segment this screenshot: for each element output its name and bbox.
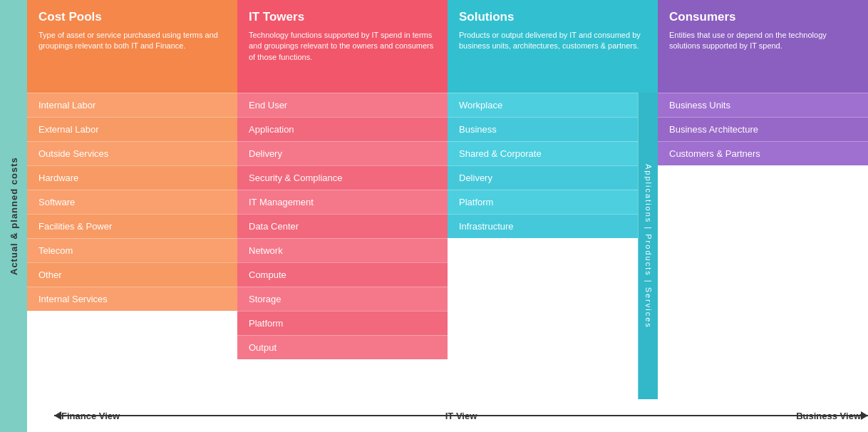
solutions-title: Solutions [459,10,646,24]
consumers-column: Consumers Entities that use or depend on… [658,0,868,399]
list-item: Telecom [27,238,237,262]
cost-pools-column: Cost Pools Type of asset or service purc… [27,0,237,399]
bottom-axis: Finance View IT View Business View [27,399,868,432]
solutions-items: Workplace Business Shared & Corporate De… [448,93,638,399]
main-container: Actual & planned costs Cost Pools Type o… [0,0,868,432]
it-towers-desc: Technology functions supported by IT spe… [249,30,436,63]
consumers-items: Business Units Business Architecture Cus… [658,93,868,399]
list-item: Outside Services [27,141,237,165]
list-item: Software [27,190,237,214]
list-item: Internal Services [27,287,237,311]
list-item: Application [237,117,448,141]
list-item: Network [237,238,448,262]
solutions-side-label: Applications | Products | Services [638,93,658,399]
consumers-title: Consumers [669,10,857,24]
list-item: Delivery [448,165,638,190]
list-item: IT Management [237,190,448,214]
list-item: Shared & Corporate [448,141,638,165]
list-item: Customers & Partners [658,141,868,165]
it-towers-header: IT Towers Technology functions supported… [237,0,448,93]
list-item: Other [27,262,237,287]
consumers-header: Consumers Entities that use or depend on… [658,0,868,93]
cost-pools-items: Internal Labor External Labor Outside Se… [27,93,237,399]
business-view-label: Business View [594,411,868,421]
solutions-inner: Workplace Business Shared & Corporate De… [448,93,658,399]
list-item: Infrastructure [448,214,638,238]
list-item: Platform [237,311,448,335]
list-item: External Labor [27,117,237,141]
vertical-axis-label: Actual & planned costs [0,0,27,432]
cost-pools-header: Cost Pools Type of asset or service purc… [27,0,237,93]
list-item: Platform [448,190,638,214]
list-item: Workplace [448,93,638,117]
finance-view-label: Finance View [54,411,328,421]
axis-labels: Finance View IT View Business View [54,411,868,421]
list-item: Business Architecture [658,117,868,141]
list-item: End User [237,93,448,117]
it-towers-column: IT Towers Technology functions supported… [237,0,448,399]
diagram-area: Actual & planned costs Cost Pools Type o… [0,0,868,432]
solutions-desc: Products or output delivered by IT and c… [459,30,646,52]
columns-wrap: Cost Pools Type of asset or service purc… [27,0,868,399]
list-item: Internal Labor [27,93,237,117]
list-item: Hardware [27,165,237,190]
cost-pools-desc: Type of asset or service purchased using… [38,30,226,52]
it-towers-title: IT Towers [249,10,436,24]
it-towers-items: End User Application Delivery Security &… [237,93,448,399]
list-item: Output [237,335,448,359]
grid-area: Cost Pools Type of asset or service purc… [27,0,868,432]
list-item: Business [448,117,638,141]
list-item: Security & Compliance [237,165,448,190]
list-item: Storage [237,287,448,311]
cost-pools-title: Cost Pools [38,10,226,24]
consumers-desc: Entities that use or depend on the techn… [669,30,857,52]
list-item: Business Units [658,93,868,117]
list-item: Data Center [237,214,448,238]
list-item: Compute [237,262,448,287]
list-item: Facilities & Power [27,214,237,238]
it-view-label: IT View [328,411,594,421]
solutions-header: Solutions Products or output delivered b… [448,0,658,93]
solutions-column: Solutions Products or output delivered b… [448,0,658,399]
list-item: Delivery [237,141,448,165]
